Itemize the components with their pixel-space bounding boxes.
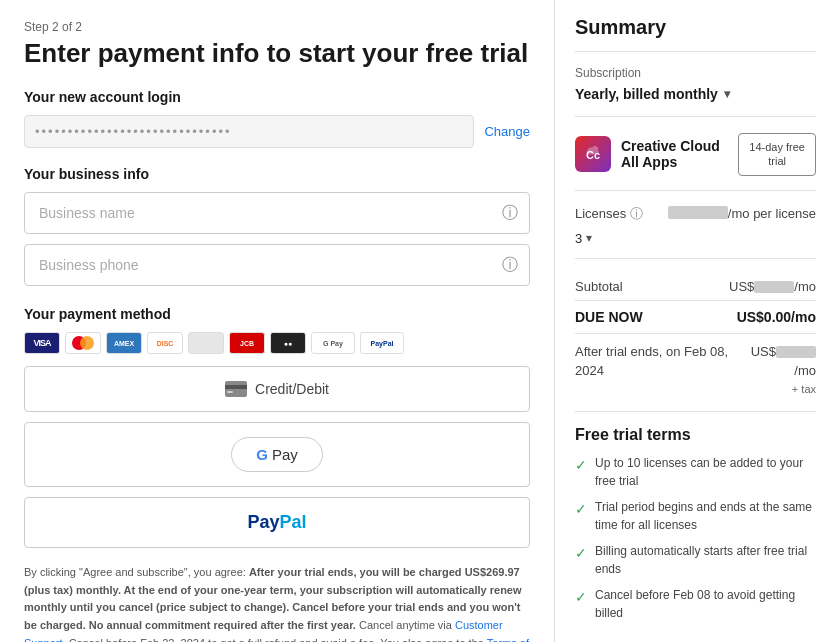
due-now-label: DUE NOW	[575, 309, 643, 325]
svg-rect-3	[225, 385, 247, 389]
per-license-text: /mo per license	[728, 206, 816, 221]
trial-term-2-text: Trial period begins and ends at the same…	[595, 498, 816, 534]
payment-method-heading: Your payment method	[24, 306, 530, 322]
paypal-small-icon: PayPal	[360, 332, 404, 354]
paypal-option[interactable]: PayPal	[24, 497, 530, 548]
business-name-info-icon[interactable]: ⓘ	[502, 203, 518, 224]
subscription-dropdown[interactable]: Yearly, billed monthly ▾	[575, 86, 816, 117]
amex-icon: AMEX	[106, 332, 142, 354]
trial-term-3: ✓ Billing automatically starts after fre…	[575, 542, 816, 578]
summary-title: Summary	[575, 16, 816, 52]
page-title: Enter payment info to start your free tr…	[24, 38, 530, 69]
check-icon-2: ✓	[575, 499, 587, 520]
subscription-value: Yearly, billed monthly	[575, 86, 718, 102]
svg-text:Cc: Cc	[586, 149, 600, 161]
svg-point-1	[80, 336, 94, 350]
business-name-group: ⓘ	[24, 192, 530, 234]
paypal-logo: PayPal	[247, 512, 306, 533]
business-phone-input[interactable]	[24, 244, 530, 286]
price-redacted	[668, 206, 728, 219]
check-icon-3: ✓	[575, 543, 587, 564]
licenses-count-selector[interactable]: 3 ▾	[575, 231, 816, 246]
credit-debit-text: Credit/Debit	[255, 381, 329, 397]
credit-debit-label: Credit/Debit	[225, 381, 329, 397]
trial-badge: 14-day free trial	[738, 133, 816, 176]
licenses-label: Licenses ⓘ	[575, 205, 643, 223]
trial-term-3-text: Billing automatically starts after free …	[595, 542, 816, 578]
price-per-license: /mo per license	[668, 206, 816, 221]
gpay-button[interactable]: G Pay	[231, 437, 323, 472]
account-row: •••••••••••••••••••••••••••••• Change	[24, 115, 530, 148]
card-icon-1	[188, 332, 224, 354]
gpay-text: Pay	[272, 446, 298, 463]
credit-card-svg-icon	[225, 381, 247, 397]
credit-debit-option[interactable]: Credit/Debit	[24, 366, 530, 412]
account-email-display: ••••••••••••••••••••••••••••••	[24, 115, 474, 148]
creative-cloud-icon: Cc	[581, 142, 605, 166]
payment-method-section: Your payment method VISA AMEX DISC JCB ●…	[24, 306, 530, 548]
card-icon-2: JCB	[229, 332, 265, 354]
business-phone-group: ⓘ	[24, 244, 530, 286]
due-now-row: DUE NOW US$0.00/mo	[575, 300, 816, 334]
subtotal-label: Subtotal	[575, 279, 623, 294]
licenses-row: Licenses ⓘ /mo per license	[575, 205, 816, 223]
licenses-chevron-icon: ▾	[586, 231, 592, 245]
check-icon-4: ✓	[575, 587, 587, 608]
plus-tax: + tax	[739, 381, 816, 398]
change-link[interactable]: Change	[484, 124, 530, 139]
after-trial-price: US$ /mo + tax	[739, 342, 816, 398]
account-heading: Your new account login	[24, 89, 530, 105]
mastercard-icon	[65, 332, 101, 354]
licenses-info-icon[interactable]: ⓘ	[630, 205, 643, 223]
trial-term-2: ✓ Trial period begins and ends at the sa…	[575, 498, 816, 534]
trial-badge-line2: trial	[768, 155, 786, 167]
check-icon-1: ✓	[575, 455, 587, 476]
subtotal-price: US$ /mo	[729, 279, 816, 294]
visa-card-icon: VISA	[24, 332, 60, 354]
free-trial-title: Free trial terms	[575, 426, 816, 444]
fine-print: By clicking "Agree and subscribe", you a…	[24, 564, 530, 642]
after-trial-label: After trial ends, on Feb 08, 2024	[575, 342, 739, 381]
trial-term-1: ✓ Up to 10 licenses can be added to your…	[575, 454, 816, 490]
discover-icon: DISC	[147, 332, 183, 354]
card-icon-3: ●●	[270, 332, 306, 354]
step-label: Step 2 of 2	[24, 20, 530, 34]
subscription-label: Subscription	[575, 66, 816, 80]
gpay-g: G	[256, 446, 268, 463]
business-info-heading: Your business info	[24, 166, 530, 182]
licenses-number: 3	[575, 231, 582, 246]
trial-term-4-text: Cancel before Feb 08 to avoid getting bi…	[595, 586, 816, 622]
gpay-option[interactable]: G Pay	[24, 422, 530, 487]
business-name-input[interactable]	[24, 192, 530, 234]
free-trial-section: Free trial terms ✓ Up to 10 licenses can…	[575, 426, 816, 622]
trial-badge-line1: 14-day free	[749, 141, 805, 153]
product-row: Cc Creative Cloud All Apps 14-day free t…	[575, 133, 816, 191]
chevron-down-icon: ▾	[724, 87, 730, 101]
right-panel: Summary Subscription Yearly, billed mont…	[555, 0, 836, 642]
terms-of-use-link[interactable]: Terms of Use	[24, 637, 529, 642]
business-info-section: Your business info ⓘ ⓘ	[24, 166, 530, 286]
product-icon: Cc	[575, 136, 611, 172]
business-phone-info-icon[interactable]: ⓘ	[502, 255, 518, 276]
licenses-text: Licenses	[575, 206, 626, 221]
subtotal-row: Subtotal US$ /mo	[575, 271, 816, 294]
left-panel: Step 2 of 2 Enter payment info to start …	[0, 0, 555, 642]
gpay-small-icon: G Pay	[311, 332, 355, 354]
product-name: Creative Cloud All Apps	[621, 138, 728, 170]
svg-rect-4	[227, 391, 233, 393]
paypal-pal: Pal	[280, 512, 307, 532]
payment-cards-row: VISA AMEX DISC JCB ●● G Pay PayPal	[24, 332, 530, 354]
trial-term-1-text: Up to 10 licenses can be added to your f…	[595, 454, 816, 490]
after-trial-row: After trial ends, on Feb 08, 2024 US$ /m…	[575, 342, 816, 413]
due-now-price: US$0.00/mo	[737, 309, 816, 325]
trial-term-4: ✓ Cancel before Feb 08 to avoid getting …	[575, 586, 816, 622]
